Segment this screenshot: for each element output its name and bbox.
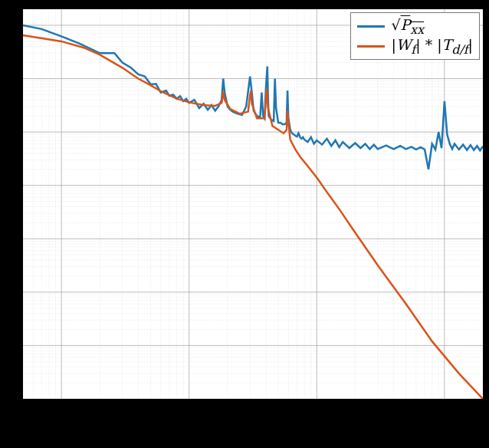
legend-swatch-pxx	[357, 25, 385, 28]
legend-entry-wf: |Wf| * |Td/f|	[357, 36, 473, 56]
legend-label-wf: |Wf| * |Td/f|	[391, 36, 473, 57]
legend-swatch-wf	[357, 45, 385, 48]
legend: √Pxx |Wf| * |Td/f|	[350, 12, 480, 60]
legend-entry-pxx: √Pxx	[357, 16, 473, 36]
legend-label-pxx: √Pxx	[391, 16, 424, 37]
series-layer	[23, 9, 483, 399]
plot-area: √Pxx |Wf| * |Td/f|	[21, 8, 484, 400]
series-|W_f|*|T_{d/f}|	[23, 35, 483, 399]
